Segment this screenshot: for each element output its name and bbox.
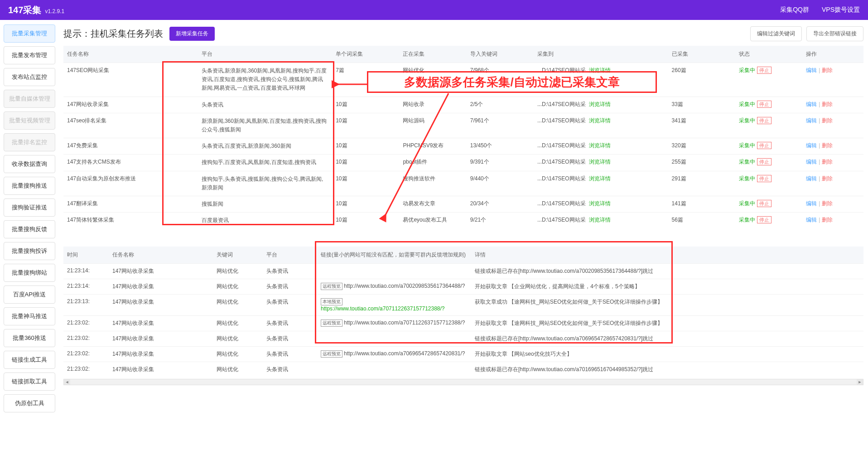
task-single: 10篇	[332, 155, 399, 171]
log-time: 21:23:02:	[63, 316, 109, 331]
stop-button[interactable]: 停止	[757, 101, 772, 108]
log-linkcell: 远程预览http://www.toutiao.com/a707112263715…	[317, 316, 471, 331]
export-errors-button[interactable]: 导出全部错误链接	[806, 26, 863, 41]
table-row: 147网站收录采集头条资讯10篇网站收录2/5个...D:\147SEO网站采 …	[63, 97, 863, 113]
sidebar-item-4: 批量短视频管理	[4, 111, 55, 130]
delete-link[interactable]: 删除	[822, 101, 833, 107]
topbar-left: 147采集 v1.2.9.1	[8, 4, 64, 16]
status-label: 采集中	[739, 175, 755, 182]
task-platform: 搜狐新闻	[198, 196, 333, 212]
stop-button[interactable]: 停止	[757, 158, 772, 165]
delete-link[interactable]: 删除	[822, 142, 833, 149]
sidebar-item-12[interactable]: 百度API推送	[4, 285, 55, 304]
task-ops: 编辑|删除	[802, 97, 863, 113]
task-target: ...D:\147SEO网站采 浏览详情	[534, 138, 668, 155]
stop-button[interactable]: 停止	[757, 200, 772, 207]
edit-link[interactable]: 编辑	[806, 67, 817, 73]
remote-preview-tag[interactable]: 远程预览	[321, 319, 342, 327]
stop-button[interactable]: 停止	[757, 216, 772, 223]
new-task-button[interactable]: 新增采集任务	[169, 27, 215, 41]
delete-link[interactable]: 删除	[822, 159, 833, 165]
sidebar-item-17[interactable]: 伪原创工具	[4, 394, 55, 412]
list-item: 21:23:02:147网站收录采集网站优化头条资讯远程预览http://www…	[63, 316, 863, 331]
vps-link[interactable]: VPS拨号设置	[822, 6, 860, 14]
log-keyword: 网站优化	[213, 316, 263, 331]
sidebar-item-7[interactable]: 批量搜狗推送	[4, 177, 55, 195]
scroll-left-icon[interactable]: ◄	[64, 379, 70, 385]
local-preview-tag[interactable]: 本地预览	[321, 298, 342, 305]
delete-link[interactable]: 删除	[822, 117, 833, 124]
log-linkcell: 远程预览http://www.toutiao.com/a706965472865…	[317, 347, 471, 362]
sidebar-item-6[interactable]: 收录数据查询	[4, 155, 55, 173]
log-link[interactable]: http://www.toutiao.com/a7002098535617364…	[344, 283, 465, 289]
browse-link[interactable]: 浏览详情	[589, 217, 611, 223]
delete-link[interactable]: 删除	[822, 175, 833, 182]
stop-button[interactable]: 停止	[757, 67, 772, 74]
delete-link[interactable]: 删除	[822, 200, 833, 207]
edit-filter-button[interactable]: 编辑过滤关键词	[750, 26, 802, 41]
app-title: 147采集	[8, 4, 41, 16]
edit-link[interactable]: 编辑	[806, 200, 817, 207]
topbar: 147采集 v1.2.9.1 采集QQ群 VPS拨号设置	[0, 0, 868, 20]
table-row: 147自动采集为原创发布推送搜狗知乎,头条资讯,搜狐新闻,搜狗公众号,腾讯新闻,…	[63, 171, 863, 196]
stop-button[interactable]: 停止	[757, 175, 772, 182]
sidebar-item-16[interactable]: 链接抓取工具	[4, 373, 55, 391]
browse-link[interactable]: 浏览详情	[589, 200, 611, 207]
sidebar-item-9[interactable]: 批量搜狗反馈	[4, 220, 55, 238]
col-collected: 已采集	[668, 46, 735, 63]
browse-link[interactable]: 浏览详情	[589, 67, 611, 73]
log-task: 147网站收录采集	[109, 295, 213, 316]
task-collecting: PHPCMSV9发布	[399, 138, 466, 155]
sidebar-item-15[interactable]: 链接生成工具	[4, 351, 55, 369]
task-single: 10篇	[332, 196, 399, 212]
stop-button[interactable]: 停止	[757, 117, 772, 124]
scroll-right-icon[interactable]: ►	[857, 379, 863, 385]
edit-link[interactable]: 编辑	[806, 159, 817, 165]
sidebar-item-13[interactable]: 批量神马推送	[4, 307, 55, 325]
log-platform: 头条资讯	[263, 316, 317, 331]
sidebar-item-0[interactable]: 批量采集管理	[4, 24, 55, 43]
sidebar-item-1[interactable]: 批量发布管理	[4, 46, 55, 64]
task-name: 147免费采集	[63, 138, 198, 155]
browse-link[interactable]: 浏览详情	[589, 117, 611, 124]
horizontal-scrollbar[interactable]: ◄ ►	[63, 379, 863, 385]
delete-link[interactable]: 删除	[822, 67, 833, 73]
browse-link[interactable]: 浏览详情	[589, 142, 611, 149]
browse-link[interactable]: 浏览详情	[589, 101, 611, 107]
log-link[interactable]: http://www.toutiao.com/a7071122637157712…	[344, 319, 465, 326]
edit-link[interactable]: 编辑	[806, 175, 817, 182]
log-detail: 开始获取文章 【途网科技_网站SEO优化如何做_关于SEO优化详细操作步骤】	[471, 316, 863, 331]
sidebar-item-2[interactable]: 发布站点监控	[4, 68, 55, 86]
edit-link[interactable]: 编辑	[806, 101, 817, 107]
log-time: 21:23:02:	[63, 331, 109, 347]
task-name: 147网站收录采集	[63, 97, 198, 113]
task-collected: 33篇	[668, 97, 735, 113]
task-target: ...D:\147SEO网站采 浏览详情	[534, 155, 668, 171]
log-task: 147网站收录采集	[109, 279, 213, 295]
task-target: ...D:\147SEO网站采 浏览详情	[534, 213, 668, 229]
stop-button[interactable]: 停止	[757, 142, 772, 149]
logcol-keyword: 关键词	[213, 247, 263, 264]
browse-link[interactable]: 浏览详情	[589, 159, 611, 165]
sidebar-item-11[interactable]: 批量搜狗绑站	[4, 264, 55, 282]
edit-link[interactable]: 编辑	[806, 142, 817, 149]
list-item: 21:23:14:147网站收录采集网站优化头条资讯链接或标题已存在[http:…	[63, 264, 863, 279]
log-detail: 开始获取文章 【网站seo优化技巧大全】	[471, 347, 863, 362]
sidebar-item-14[interactable]: 批量360推送	[4, 329, 55, 347]
sidebar-item-8[interactable]: 搜狗验证推送	[4, 198, 55, 217]
task-collected: 141篇	[668, 196, 735, 212]
qqgroup-link[interactable]: 采集QQ群	[780, 6, 809, 14]
browse-link[interactable]: 浏览详情	[589, 175, 611, 182]
edit-link[interactable]: 编辑	[806, 117, 817, 124]
main-area: 提示：挂机采集任务列表 新增采集任务 编辑过滤关键词 导出全部错误链接 任务名称…	[59, 20, 868, 417]
remote-preview-tag[interactable]: 远程预览	[321, 283, 342, 290]
sidebar-item-10[interactable]: 批量搜狗投诉	[4, 242, 55, 260]
log-task: 147网站收录采集	[109, 316, 213, 331]
edit-link[interactable]: 编辑	[806, 217, 817, 223]
remote-preview-tag[interactable]: 远程预览	[321, 350, 342, 358]
log-link[interactable]: https://www.toutiao.com/a707112263715771…	[321, 305, 445, 312]
logcol-detail: 详情	[471, 247, 863, 264]
delete-link[interactable]: 删除	[822, 217, 833, 223]
list-item: 21:23:02:147网站收录采集网站优化头条资讯远程预览http://www…	[63, 347, 863, 362]
log-link[interactable]: http://www.toutiao.com/a7069654728657420…	[344, 350, 465, 357]
